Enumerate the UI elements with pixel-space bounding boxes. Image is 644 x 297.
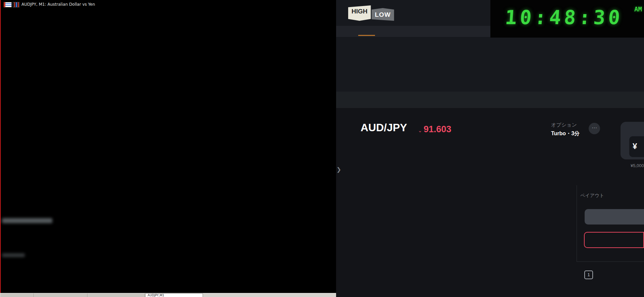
logo-low: LOW xyxy=(372,8,394,21)
redacted-indicator-label xyxy=(2,253,25,257)
mt4-taskbar-tab[interactable] xyxy=(34,293,88,297)
active-nav-underline xyxy=(358,35,375,36)
screen: AUDJPY, M1: Australian Dollar vs Yen AUD… xyxy=(0,0,644,297)
chart-tabs xyxy=(336,92,644,108)
option-value: Turbo・3分 xyxy=(551,130,580,137)
option-label: オプション xyxy=(551,122,577,128)
redacted-indicator-label xyxy=(2,218,52,223)
mt4-taskbar-tab-active[interactable]: AUDJPY,M1 xyxy=(145,293,203,297)
more-options-button[interactable]: ⋯ xyxy=(589,123,600,134)
mt4-taskbar: AUDJPY,M1 xyxy=(0,293,336,297)
quick-amount-button[interactable]: ¥5,000 xyxy=(631,163,644,168)
clock-ampm: AM xyxy=(634,5,642,13)
current-price: 91.603 xyxy=(424,124,451,135)
mt4-taskbar-tab[interactable] xyxy=(88,293,145,297)
trade-panel-divider xyxy=(577,261,644,262)
mt4-chart-area[interactable] xyxy=(0,0,315,217)
currency-symbol: ¥ xyxy=(633,142,637,151)
trade-action-button[interactable] xyxy=(584,232,644,248)
clock-time: 10:48:30 xyxy=(504,6,624,29)
highlow-logo: HIGH LOW xyxy=(348,5,394,21)
payout-label: ペイアウト xyxy=(580,193,604,199)
expand-drawer-icon[interactable]: ❯ xyxy=(336,165,343,175)
price-down-caret-icon: ⌄ xyxy=(418,128,422,134)
open-trades-count[interactable]: 1 xyxy=(584,270,593,279)
logo-high: HIGH xyxy=(348,5,371,21)
mt4-taskbar-tab[interactable] xyxy=(1,293,34,297)
price-chart-area[interactable] xyxy=(356,144,577,292)
digital-clock: 10:48:30 AM xyxy=(490,0,644,38)
payout-box xyxy=(585,209,644,225)
pair-title: AUD/JPY xyxy=(361,121,407,134)
